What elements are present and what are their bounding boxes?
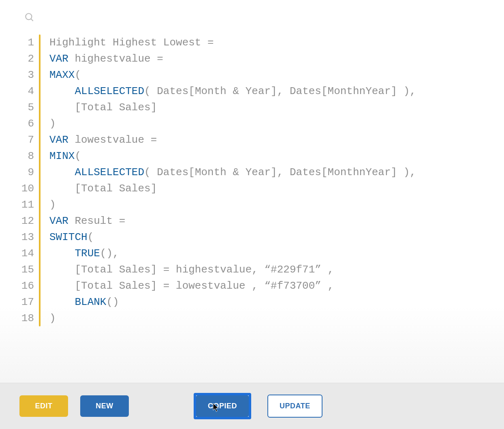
editor-pane: 123456789101112131415161718 Highlight Hi… — [0, 0, 504, 383]
code-token: ( — [75, 69, 81, 81]
code-line[interactable]: VAR lowestvalue = — [49, 132, 416, 148]
code-token: [Total Sales] = highestvalue, “#229f71” … — [49, 264, 334, 276]
new-button[interactable]: NEW — [80, 395, 129, 417]
code-token: ) — [49, 118, 56, 130]
line-number: 10 — [20, 180, 34, 197]
line-number: 14 — [20, 245, 34, 262]
line-number: 13 — [20, 229, 34, 245]
line-number: 15 — [20, 262, 34, 278]
edit-button[interactable]: EDIT — [19, 395, 68, 417]
line-number-gutter: 123456789101112131415161718 — [20, 34, 39, 326]
code-line[interactable]: SWITCH( — [49, 229, 416, 245]
code-token — [49, 296, 75, 308]
code-token: [Total Sales] — [49, 101, 157, 114]
line-number: 7 — [20, 132, 34, 148]
code-line[interactable]: VAR Result = — [49, 213, 416, 229]
code-line[interactable]: ) — [49, 116, 416, 132]
code-token: [Total Sales] — [49, 182, 157, 195]
line-number: 8 — [20, 148, 34, 164]
line-number: 1 — [20, 34, 34, 51]
code-token: lowestvalue = — [68, 134, 157, 146]
line-number: 3 — [20, 67, 34, 83]
code-token: ) — [49, 199, 56, 211]
code-token: ( — [88, 231, 94, 243]
code-token: () — [106, 296, 119, 308]
code-token — [49, 85, 75, 97]
code-token: MAXX — [49, 69, 75, 81]
code-token — [49, 247, 75, 260]
code-line[interactable]: BLANK() — [49, 294, 416, 310]
copied-button-highlight: COPIED — [194, 393, 251, 419]
line-number: 16 — [20, 278, 34, 294]
code-line[interactable]: ALLSELECTED( Dates[Month & Year], Dates[… — [49, 164, 416, 180]
code-body[interactable]: Highlight Highest Lowest =VAR highestval… — [41, 34, 416, 326]
search-icon[interactable] — [24, 12, 35, 23]
code-line[interactable]: TRUE(), — [49, 245, 416, 262]
code-token: VAR — [49, 134, 68, 146]
code-line[interactable]: MINX( — [49, 148, 416, 164]
code-token — [49, 166, 75, 178]
code-line[interactable]: [Total Sales] — [49, 180, 416, 197]
copied-button-label: COPIED — [208, 402, 237, 410]
code-line[interactable]: MAXX( — [49, 67, 416, 83]
code-token: ( Dates[Month & Year], Dates[MonthnYear]… — [144, 166, 416, 178]
code-line[interactable]: VAR highestvalue = — [49, 51, 416, 67]
line-number: 9 — [20, 164, 34, 180]
copied-button[interactable]: COPIED — [196, 395, 249, 417]
code-token: ALLSELECTED — [75, 166, 144, 178]
code-token: VAR — [49, 215, 68, 227]
code-token: SWITCH — [49, 231, 88, 243]
svg-point-0 — [26, 13, 32, 19]
line-number: 2 — [20, 51, 34, 67]
code-token: [Total Sales] = lowestvalue , “#f73700” … — [49, 280, 334, 292]
code-line[interactable]: [Total Sales] — [49, 99, 416, 116]
code-token: ( — [75, 150, 81, 162]
code-line[interactable]: ) — [49, 310, 416, 326]
code-line[interactable]: Highlight Highest Lowest = — [49, 34, 416, 51]
code-token: Result = — [68, 215, 125, 227]
code-token: Highlight Highest Lowest = — [49, 36, 214, 49]
line-number: 18 — [20, 310, 34, 326]
code-token: highestvalue = — [68, 53, 163, 65]
code-token: ALLSELECTED — [75, 85, 144, 97]
code-line[interactable]: ALLSELECTED( Dates[Month & Year], Dates[… — [49, 83, 416, 99]
code-token: ( Dates[Month & Year], Dates[MonthnYear]… — [144, 85, 416, 97]
code-token: ) — [49, 312, 56, 324]
bottom-toolbar: EDIT NEW COPIED UPDATE — [0, 383, 504, 429]
code-token: TRUE — [75, 247, 100, 260]
line-number: 4 — [20, 83, 34, 99]
search-row — [20, 8, 492, 34]
code-token: (), — [100, 247, 119, 260]
code-line[interactable]: ) — [49, 197, 416, 213]
code-token: MINX — [49, 150, 75, 162]
code-token: BLANK — [75, 296, 106, 308]
line-number: 17 — [20, 294, 34, 310]
line-number: 12 — [20, 213, 34, 229]
code-container: 123456789101112131415161718 Highlight Hi… — [20, 34, 492, 326]
code-line[interactable]: [Total Sales] = highestvalue, “#229f71” … — [49, 262, 416, 278]
line-number: 5 — [20, 99, 34, 116]
line-number: 6 — [20, 116, 34, 132]
line-number: 11 — [20, 197, 34, 213]
code-token: VAR — [49, 53, 68, 65]
code-line[interactable]: [Total Sales] = lowestvalue , “#f73700” … — [49, 278, 416, 294]
svg-line-1 — [31, 19, 33, 21]
update-button[interactable]: UPDATE — [267, 395, 322, 418]
